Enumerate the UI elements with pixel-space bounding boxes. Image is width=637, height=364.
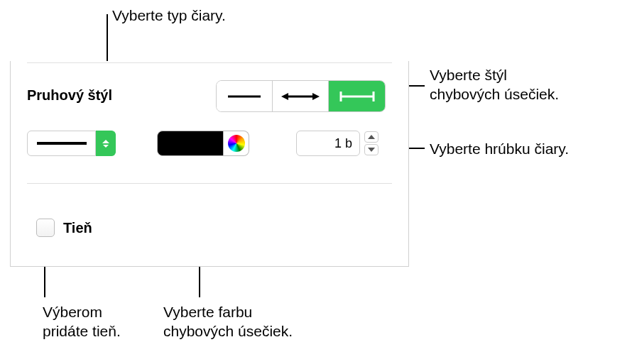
callout-line-type: Vyberte typ čiary. [112,6,226,25]
callout-line-thickness: Vyberte hrúbku čiary. [430,139,569,158]
errorbar-style-arrows[interactable] [273,81,329,111]
color-wheel-button[interactable] [224,131,249,156]
shadow-control: Tieň [36,219,92,237]
callout-errorbar-color: Vyberte farbu chybových úsečiek. [163,302,293,341]
chevron-down-icon [368,148,375,152]
thickness-step-up[interactable] [364,131,379,143]
shadow-label: Tieň [63,220,92,236]
chevron-up-icon [102,140,109,143]
color-swatch[interactable] [157,131,224,156]
section-title: Pruhový štýl [27,87,112,104]
errorbar-style-caps[interactable] [329,81,385,111]
chevron-up-icon [368,135,375,139]
line-type-select[interactable] [27,131,116,156]
errorbar-style-plain[interactable] [217,81,273,111]
line-thickness-control: 1 b [296,131,379,156]
color-wheel-icon [228,135,245,152]
svg-marker-3 [312,93,320,100]
shadow-checkbox[interactable] [36,219,55,237]
errorbar-style-segment[interactable] [216,80,386,112]
chevron-down-icon [103,145,109,148]
bar-style-panel: Pruhový štýl [10,61,409,267]
svg-marker-2 [281,93,288,100]
line-stroke-icon [37,142,87,145]
thickness-step-down[interactable] [364,144,379,155]
errorbar-color-picker[interactable] [157,131,249,156]
line-type-dropdown-button[interactable] [96,131,116,156]
thickness-stepper [364,131,379,155]
callout-errorbar-style: Vyberte štýl chybových úsečiek. [430,65,559,104]
line-type-preview [27,131,96,156]
thickness-value: 1 b [334,136,352,151]
divider [27,183,392,184]
divider [27,62,392,63]
thickness-input[interactable]: 1 b [296,131,360,156]
callout-add-shadow: Výberom pridáte tieň. [43,302,121,341]
